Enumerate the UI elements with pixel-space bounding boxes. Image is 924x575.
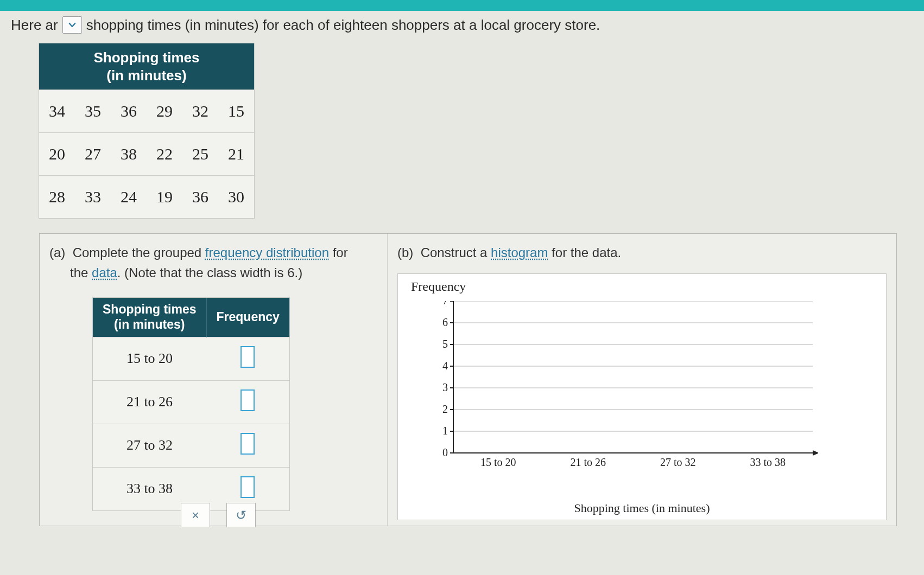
table-row: 283324193630 <box>39 176 254 219</box>
part-b-text: (b) Construct a histogram for the data. <box>397 242 887 263</box>
data-cell: 30 <box>218 176 254 219</box>
svg-text:21 to 26: 21 to 26 <box>570 456 606 468</box>
chart-plot-area: 0123456715 to 2021 to 2627 to 3233 to 38 <box>438 301 818 475</box>
data-cell: 21 <box>218 133 254 176</box>
reset-button[interactable]: ↺ <box>226 503 256 527</box>
chart-xlabel: Shopping times (in minutes) <box>398 501 886 515</box>
svg-text:4: 4 <box>442 360 448 372</box>
table-row: 21 to 26 <box>93 380 289 424</box>
class-label: 15 to 20 <box>93 337 206 380</box>
histogram-canvas[interactable]: Frequency 0123456715 to 2021 to 2627 to … <box>397 273 887 520</box>
intro-post: shopping times (in minutes) for each of … <box>86 17 600 34</box>
data-cell: 22 <box>147 133 182 176</box>
svg-text:1: 1 <box>442 425 448 437</box>
data-cell: 19 <box>147 176 182 219</box>
frequency-input[interactable] <box>241 476 255 498</box>
clear-button[interactable]: × <box>181 503 210 527</box>
svg-text:33 to 38: 33 to 38 <box>750 456 786 468</box>
window-titlebar <box>0 0 924 11</box>
chart-ylabel: Frequency <box>411 279 466 294</box>
data-cell: 38 <box>111 133 147 176</box>
class-label: 27 to 32 <box>93 424 206 467</box>
svg-text:7: 7 <box>442 301 448 306</box>
data-cell: 25 <box>182 133 218 176</box>
svg-text:6: 6 <box>442 316 448 328</box>
frequency-cell <box>206 380 289 424</box>
class-label: 21 to 26 <box>93 380 206 424</box>
svg-text:0: 0 <box>442 446 448 458</box>
data-cell: 28 <box>39 176 75 219</box>
link-data[interactable]: data <box>92 265 117 280</box>
link-frequency-distribution[interactable]: frequency distribution <box>205 245 329 260</box>
data-cell: 36 <box>111 90 147 133</box>
data-table: Shopping times (in minutes) 343536293215… <box>39 43 254 218</box>
data-cell: 36 <box>182 176 218 219</box>
frequency-table: Shopping times (in minutes) Frequency 15… <box>93 298 289 510</box>
frequency-input[interactable] <box>241 389 255 411</box>
table-row: 15 to 20 <box>93 337 289 380</box>
frequency-cell <box>206 424 289 467</box>
svg-text:2: 2 <box>442 403 448 415</box>
part-a-text: (a) Complete the grouped frequency distr… <box>49 242 377 283</box>
frequency-input[interactable] <box>241 346 255 368</box>
table-row: 27 to 32 <box>93 424 289 467</box>
data-cell: 34 <box>39 90 75 133</box>
data-cell: 35 <box>75 90 111 133</box>
answer-panel: (a) Complete the grouped frequency distr… <box>39 233 897 526</box>
data-cell: 24 <box>111 176 147 219</box>
table-row: 202738222521 <box>39 133 254 176</box>
data-cell: 32 <box>182 90 218 133</box>
data-cell: 20 <box>39 133 75 176</box>
table-row: 343536293215 <box>39 90 254 133</box>
freq-col2-header: Frequency <box>206 298 289 337</box>
svg-text:3: 3 <box>442 381 448 393</box>
svg-text:15 to 20: 15 to 20 <box>480 456 516 468</box>
svg-text:27 to 32: 27 to 32 <box>660 456 696 468</box>
data-cell: 15 <box>218 90 254 133</box>
data-cell: 29 <box>147 90 182 133</box>
intro-pre: Here ar <box>11 17 58 34</box>
part-b-pane: (b) Construct a histogram for the data. … <box>387 234 896 526</box>
part-a-pane: (a) Complete the grouped frequency distr… <box>40 234 387 526</box>
link-histogram[interactable]: histogram <box>491 245 548 260</box>
frequency-cell <box>206 337 289 380</box>
answer-toolbar: × ↺ <box>181 503 256 527</box>
svg-marker-27 <box>813 450 818 456</box>
svg-text:5: 5 <box>442 338 448 350</box>
data-cell: 33 <box>75 176 111 219</box>
expand-button[interactable] <box>62 16 82 34</box>
data-table-header: Shopping times (in minutes) <box>39 43 254 90</box>
chevron-down-icon <box>67 20 77 30</box>
frequency-input[interactable] <box>241 433 255 455</box>
freq-col1-header: Shopping times (in minutes) <box>93 298 206 337</box>
data-cell: 27 <box>75 133 111 176</box>
question-intro: Here ar shopping times (in minutes) for … <box>11 16 913 34</box>
